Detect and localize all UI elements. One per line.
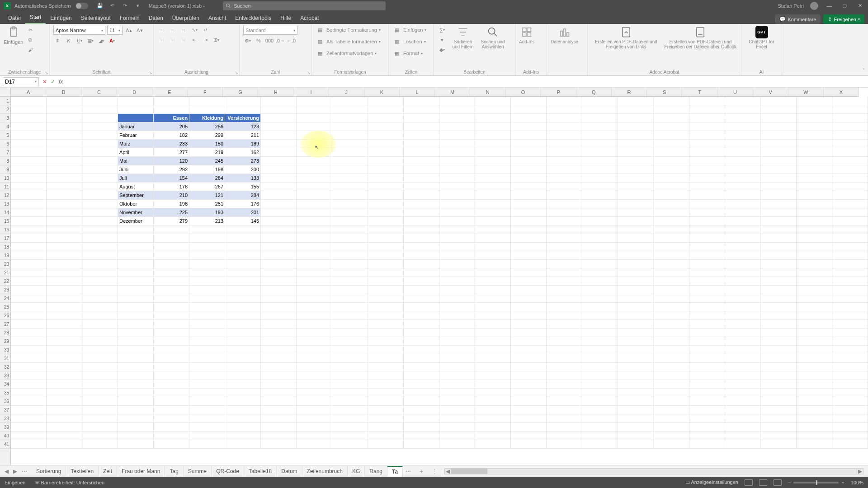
cell[interactable] — [154, 371, 189, 380]
cell[interactable] — [47, 311, 82, 320]
cell[interactable] — [689, 363, 725, 371]
cell[interactable] — [11, 183, 47, 191]
cell[interactable] — [225, 414, 261, 423]
cell[interactable]: Mai — [118, 157, 154, 165]
cell[interactable] — [547, 200, 582, 208]
cell[interactable] — [297, 397, 332, 406]
cell[interactable] — [832, 191, 868, 200]
cell[interactable] — [47, 277, 82, 286]
cell[interactable] — [618, 303, 654, 311]
cell[interactable] — [225, 328, 261, 337]
row-header[interactable]: 34 — [0, 380, 10, 389]
cell[interactable] — [47, 406, 82, 414]
cell[interactable] — [154, 277, 189, 286]
cell[interactable] — [47, 268, 82, 277]
cell[interactable] — [189, 294, 225, 303]
cell[interactable] — [689, 114, 725, 122]
cell[interactable] — [832, 286, 868, 294]
cell[interactable] — [511, 268, 547, 277]
cell[interactable] — [654, 414, 689, 423]
cell[interactable] — [368, 277, 404, 286]
cell[interactable] — [82, 140, 118, 148]
cell[interactable] — [297, 320, 332, 328]
cell[interactable] — [475, 200, 511, 208]
cell[interactable] — [654, 165, 689, 174]
cell[interactable] — [439, 165, 475, 174]
save-icon[interactable]: 💾 — [96, 2, 104, 9]
cell[interactable] — [47, 200, 82, 208]
cell[interactable] — [82, 346, 118, 354]
font-size-select[interactable]: 11▾ — [107, 26, 123, 35]
cell[interactable]: 251 — [189, 200, 225, 208]
cell[interactable] — [511, 414, 547, 423]
cell[interactable]: 178 — [154, 183, 189, 191]
cell[interactable] — [225, 440, 261, 449]
cell[interactable]: 277 — [154, 148, 189, 157]
cell[interactable] — [297, 131, 332, 140]
column-headers[interactable]: ABCDEFGHIJKLMNOPQRSTUVWX — [11, 88, 859, 97]
cell[interactable] — [189, 251, 225, 260]
decrease-decimal-icon[interactable]: ←.0 — [287, 37, 296, 45]
cell[interactable] — [618, 406, 654, 414]
cell[interactable] — [761, 414, 797, 423]
cell[interactable] — [118, 423, 154, 432]
cell[interactable] — [618, 354, 654, 363]
cell[interactable] — [832, 371, 868, 380]
cell[interactable] — [439, 174, 475, 183]
sheet-tab[interactable]: Frau oder Mann — [117, 466, 165, 476]
cell[interactable] — [475, 354, 511, 363]
cell[interactable]: 120 — [154, 157, 189, 165]
cell[interactable] — [47, 260, 82, 268]
cell[interactable] — [189, 277, 225, 286]
cell[interactable] — [582, 423, 618, 432]
find-select-button[interactable]: Suchen und Auswählen — [479, 26, 506, 49]
cell[interactable] — [582, 406, 618, 414]
cell[interactable] — [654, 208, 689, 217]
cell[interactable] — [404, 200, 439, 208]
cell[interactable] — [797, 389, 832, 397]
cell[interactable] — [618, 363, 654, 371]
cell[interactable] — [439, 320, 475, 328]
cell[interactable] — [47, 328, 82, 337]
cell[interactable] — [47, 320, 82, 328]
cell[interactable] — [225, 380, 261, 389]
cell[interactable] — [547, 354, 582, 363]
cell[interactable] — [189, 286, 225, 294]
cell[interactable] — [261, 389, 297, 397]
cell[interactable] — [47, 363, 82, 371]
cell[interactable] — [332, 303, 368, 311]
cell[interactable] — [725, 217, 761, 225]
cell[interactable] — [797, 234, 832, 243]
cell[interactable] — [439, 363, 475, 371]
cell[interactable] — [368, 268, 404, 277]
cell[interactable] — [332, 208, 368, 217]
cell[interactable] — [225, 389, 261, 397]
cell[interactable]: 155 — [225, 183, 261, 191]
cell[interactable] — [725, 432, 761, 440]
cell[interactable] — [725, 328, 761, 337]
cell[interactable] — [189, 346, 225, 354]
qat-dropdown-icon[interactable]: ▾ — [134, 2, 142, 9]
cell[interactable] — [654, 337, 689, 346]
cell[interactable] — [654, 303, 689, 311]
cell[interactable] — [404, 97, 439, 105]
status-accessibility[interactable]: ⛯ Barrierefreiheit: Untersuchen — [35, 480, 105, 485]
increase-decimal-icon[interactable]: .0→ — [276, 37, 285, 45]
cell[interactable] — [475, 277, 511, 286]
cell[interactable] — [297, 380, 332, 389]
copy-icon[interactable]: ⧉ — [26, 36, 35, 44]
cell[interactable] — [582, 251, 618, 260]
cell[interactable] — [654, 225, 689, 234]
cell[interactable] — [118, 320, 154, 328]
cell[interactable]: April — [118, 148, 154, 157]
cell[interactable] — [689, 208, 725, 217]
cell[interactable] — [404, 208, 439, 217]
cell[interactable] — [154, 225, 189, 234]
cell[interactable] — [154, 337, 189, 346]
cell[interactable] — [118, 294, 154, 303]
cell[interactable] — [761, 105, 797, 114]
cell[interactable] — [297, 406, 332, 414]
column-header[interactable]: O — [505, 88, 541, 96]
cell[interactable] — [332, 354, 368, 363]
window-maximize[interactable]: ▢ — [840, 3, 849, 9]
